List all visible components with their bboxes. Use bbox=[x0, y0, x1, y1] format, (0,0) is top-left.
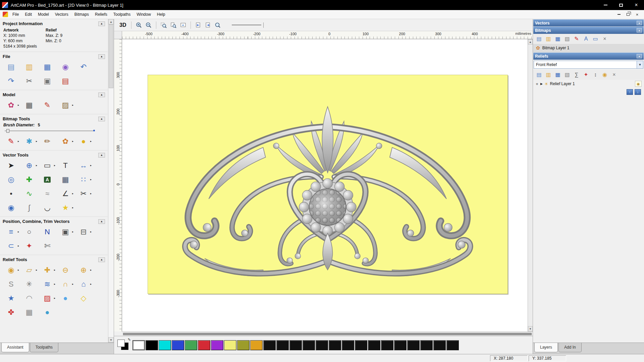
previous-view-icon[interactable] bbox=[194, 21, 203, 29]
close-button[interactable]: × bbox=[629, 0, 644, 10]
color-swatch[interactable] bbox=[211, 340, 223, 350]
texture-relief-icon[interactable]: ▨▸ bbox=[40, 292, 54, 304]
layer-visibility-icon[interactable]: ◉ bbox=[635, 81, 642, 87]
text-layer-icon[interactable]: A bbox=[582, 35, 590, 43]
freehand-curve-icon[interactable]: ∿ bbox=[22, 188, 36, 200]
create-star-icon[interactable]: ★▸ bbox=[58, 202, 72, 214]
offset-vectors-icon[interactable]: ◎ bbox=[4, 174, 18, 186]
zoom-out-icon[interactable] bbox=[144, 21, 153, 29]
primary-color-swatch[interactable] bbox=[117, 340, 125, 347]
color-swatch[interactable] bbox=[394, 340, 407, 350]
view-3d-button[interactable]: 3D bbox=[117, 21, 128, 29]
line-style-preview[interactable] bbox=[232, 25, 261, 25]
left-panel-scrollbar[interactable]: ▲ ▼ bbox=[108, 19, 114, 343]
mdi-restore-button[interactable] bbox=[625, 11, 632, 17]
primary-secondary-color-indicator[interactable]: ✎ bbox=[116, 338, 131, 352]
redo-icon[interactable]: ↷ bbox=[4, 75, 18, 87]
new-bitmap-layer-icon[interactable]: ▤ bbox=[535, 35, 543, 43]
dropdown-arrow-icon[interactable]: ▸ bbox=[90, 230, 92, 233]
zoom-in-icon[interactable] bbox=[135, 21, 143, 29]
collapse-section-button[interactable]: ▲ bbox=[98, 153, 105, 158]
2d-view-canvas[interactable]: .sh{fill:none;stroke:#7d7d7d;stroke-line… bbox=[122, 39, 528, 331]
model-image-icon[interactable]: ▨▸ bbox=[58, 99, 72, 111]
menu-window[interactable]: Window bbox=[133, 11, 154, 18]
color-swatch[interactable] bbox=[198, 340, 210, 350]
trim-vectors-icon[interactable]: ✄ bbox=[40, 240, 54, 252]
mdi-minimize-button[interactable] bbox=[615, 11, 623, 17]
dropdown-arrow-icon[interactable]: ▸ bbox=[72, 283, 73, 286]
tab-layers[interactable]: Layers bbox=[534, 343, 558, 352]
slice-vectors-icon[interactable]: ⊟▸ bbox=[76, 226, 91, 238]
envelope-distortion-icon[interactable]: ⌂▸ bbox=[76, 278, 91, 290]
create-polyline-icon[interactable]: ∠▸ bbox=[58, 188, 72, 200]
dropdown-arrow-icon[interactable]: ▸ bbox=[54, 164, 55, 167]
collapse-section-button[interactable]: ▲ bbox=[98, 117, 105, 121]
sphere-relief-icon[interactable]: ● bbox=[40, 306, 54, 318]
color-swatch[interactable] bbox=[146, 340, 158, 350]
model-properties-icon[interactable]: ✿▸ bbox=[4, 99, 18, 111]
weave-wizard-icon[interactable]: ✳ bbox=[22, 278, 36, 290]
dropdown-arrow-icon[interactable]: ▸ bbox=[54, 297, 55, 300]
offset-relief-icon[interactable]: ≋▸ bbox=[40, 278, 54, 290]
scroll-up-icon[interactable]: ▲ bbox=[108, 19, 114, 24]
color-swatch[interactable] bbox=[132, 340, 145, 350]
bitmaps-header[interactable]: Bitmaps ▲ bbox=[533, 27, 644, 34]
scrollbar-thumb[interactable] bbox=[123, 333, 532, 335]
greyscale-texture-icon[interactable]: ▦ bbox=[22, 99, 36, 111]
mdi-close-button[interactable]: × bbox=[634, 11, 641, 17]
brush-diameter-slider[interactable] bbox=[5, 128, 103, 133]
refresh-view-icon[interactable] bbox=[213, 21, 222, 29]
bezier-curve-icon[interactable]: ≈ bbox=[40, 188, 54, 200]
delete-bitmap-layer-icon[interactable]: × bbox=[600, 35, 609, 43]
model-artwork-area[interactable]: .sh{fill:none;stroke:#7d7d7d;stroke-line… bbox=[148, 75, 508, 294]
menu-reliefs[interactable]: Reliefs bbox=[92, 11, 110, 18]
dropdown-arrow-icon[interactable]: ▸ bbox=[18, 230, 19, 233]
dropdown-arrow-icon[interactable]: ▸ bbox=[72, 230, 73, 233]
color-swatch[interactable] bbox=[172, 340, 184, 350]
new-relief-layer-icon[interactable]: ▤ bbox=[535, 71, 543, 79]
unwrap-relief-icon[interactable]: ◇ bbox=[76, 292, 91, 304]
zoom-window-icon[interactable] bbox=[159, 21, 168, 29]
save-model-icon[interactable]: ▦ bbox=[40, 61, 54, 73]
dropdown-arrow-icon[interactable]: ▸ bbox=[72, 192, 73, 195]
dropdown-arrow-icon[interactable]: ▸ bbox=[72, 140, 73, 143]
merge-relief-icon[interactable]: ⊕▸ bbox=[76, 264, 91, 276]
color-swatch[interactable] bbox=[263, 340, 276, 350]
dropdown-arrow-icon[interactable]: ▸ bbox=[72, 206, 73, 209]
import-relief-icon[interactable]: ▧ bbox=[563, 71, 572, 79]
bitmap-to-vector-icon[interactable]: ▧ bbox=[563, 35, 572, 43]
slider-handle[interactable] bbox=[6, 129, 9, 133]
undo-icon[interactable]: ↶ bbox=[76, 61, 91, 73]
color-swatch[interactable] bbox=[433, 340, 446, 350]
collapse-section-button[interactable]: ▲ bbox=[98, 54, 105, 59]
menu-model[interactable]: Model bbox=[35, 11, 52, 18]
color-swatch[interactable] bbox=[381, 340, 393, 350]
transform-vectors-icon[interactable]: ⊕▸ bbox=[22, 160, 36, 172]
cut-nodes-icon[interactable]: ✂▸ bbox=[76, 188, 91, 200]
scrollbar-thumb[interactable] bbox=[109, 24, 113, 88]
color-swatch[interactable] bbox=[420, 340, 433, 350]
sculpting-icon[interactable]: ▱▸ bbox=[22, 264, 36, 276]
color-swatch[interactable] bbox=[303, 340, 315, 350]
dropdown-arrow-icon[interactable]: ▸ bbox=[90, 140, 92, 143]
interactive-sculpt-icon[interactable]: ● bbox=[58, 292, 72, 304]
dropdown-arrow-icon[interactable]: ▸ bbox=[90, 164, 92, 167]
dropdown-arrow-icon[interactable]: ▸ bbox=[90, 268, 92, 272]
dropdown-arrow-icon[interactable]: ▸ bbox=[90, 283, 92, 286]
line-style-dropdown[interactable] bbox=[263, 22, 264, 28]
menu-toolpaths[interactable]: Toolpaths bbox=[110, 11, 133, 18]
color-swatch[interactable] bbox=[407, 340, 420, 350]
paint-layer-icon[interactable]: ✎ bbox=[572, 35, 581, 43]
dropdown-arrow-icon[interactable]: ▸ bbox=[18, 140, 19, 143]
block-array-copy-icon[interactable]: ∷▸ bbox=[76, 174, 91, 186]
color-swatch[interactable] bbox=[250, 340, 263, 350]
collapse-section-button[interactable]: ▲ bbox=[637, 28, 642, 33]
join-vectors-icon[interactable]: ◡ bbox=[40, 202, 54, 214]
zoom-objects-icon[interactable] bbox=[169, 21, 178, 29]
collapse-section-button[interactable]: ▲ bbox=[637, 54, 642, 58]
align-vectors-icon[interactable]: ≡▸ bbox=[4, 226, 18, 238]
smooth-relief-icon[interactable]: ◉▸ bbox=[4, 264, 18, 276]
tab-add-in[interactable]: Add In bbox=[558, 343, 582, 352]
color-swatch[interactable] bbox=[237, 340, 250, 350]
clear-layer-icon[interactable]: ▭ bbox=[591, 35, 600, 43]
